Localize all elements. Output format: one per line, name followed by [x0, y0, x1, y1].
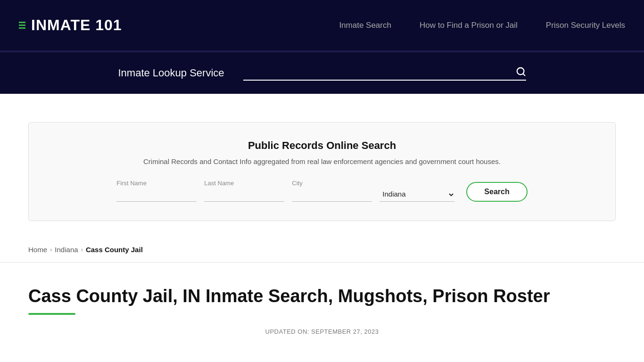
nav-inmate-search[interactable]: Inmate Search [339, 21, 391, 30]
last-name-input[interactable] [204, 189, 284, 202]
breadcrumb-section: Home › Indiana › Cass County Jail [0, 235, 644, 262]
search-icon [516, 66, 526, 77]
nav-security-levels[interactable]: Prison Security Levels [546, 21, 625, 30]
svg-line-1 [523, 74, 525, 75]
records-card-subtitle: Criminal Records and Contact Info aggreg… [51, 157, 593, 165]
last-name-label: Last Name [204, 180, 284, 187]
search-banner-button[interactable] [516, 66, 526, 77]
logo-bars-icon [19, 22, 25, 29]
search-banner: Inmate Lookup Service [0, 52, 644, 94]
updated-on: UPDATED ON: SEPTEMBER 27, 2023 [28, 328, 616, 335]
title-underline [28, 313, 75, 315]
first-name-input[interactable] [116, 189, 197, 202]
last-name-field: Last Name [204, 180, 284, 202]
chevron-right-icon: › [50, 246, 52, 253]
breadcrumb-state[interactable]: Indiana [55, 246, 78, 254]
search-banner-input[interactable] [243, 66, 516, 78]
site-logo[interactable]: INMATE 101 [19, 16, 122, 34]
card-section: Public Records Online Search Criminal Re… [0, 113, 644, 235]
main-content: Cass County Jail, IN Inmate Search, Mugs… [0, 263, 644, 349]
nav-find-prison[interactable]: How to Find a Prison or Jail [420, 21, 518, 30]
first-name-label: First Name [116, 180, 197, 187]
search-button[interactable]: Search [466, 182, 527, 202]
breadcrumb-current: Cass County Jail [86, 246, 143, 254]
city-input[interactable] [292, 189, 372, 202]
first-name-field: First Name [116, 180, 197, 202]
city-field: City [292, 180, 372, 202]
state-field: AlabamaAlaskaArizonaArkansasCaliforniaCo… [380, 186, 455, 202]
breadcrumb: Home › Indiana › Cass County Jail [28, 246, 616, 254]
records-card: Public Records Online Search Criminal Re… [28, 122, 616, 221]
logo-text: INMATE 101 [31, 16, 122, 34]
divider [0, 94, 644, 113]
breadcrumb-home[interactable]: Home [28, 246, 47, 254]
records-card-title: Public Records Online Search [51, 140, 593, 152]
state-select[interactable]: AlabamaAlaskaArizonaArkansasCaliforniaCo… [380, 188, 455, 202]
chevron-right-icon-2: › [81, 246, 83, 253]
city-label: City [292, 180, 372, 187]
nav-links: Inmate Search How to Find a Prison or Ja… [339, 21, 625, 30]
top-navigation: INMATE 101 Inmate Search How to Find a P… [0, 0, 644, 52]
search-banner-label: Inmate Lookup Service [118, 67, 224, 79]
page-title: Cass County Jail, IN Inmate Search, Mugs… [28, 286, 616, 306]
records-form: First Name Last Name City AlabamaAlaskaA… [51, 180, 593, 202]
search-banner-form [243, 66, 526, 81]
